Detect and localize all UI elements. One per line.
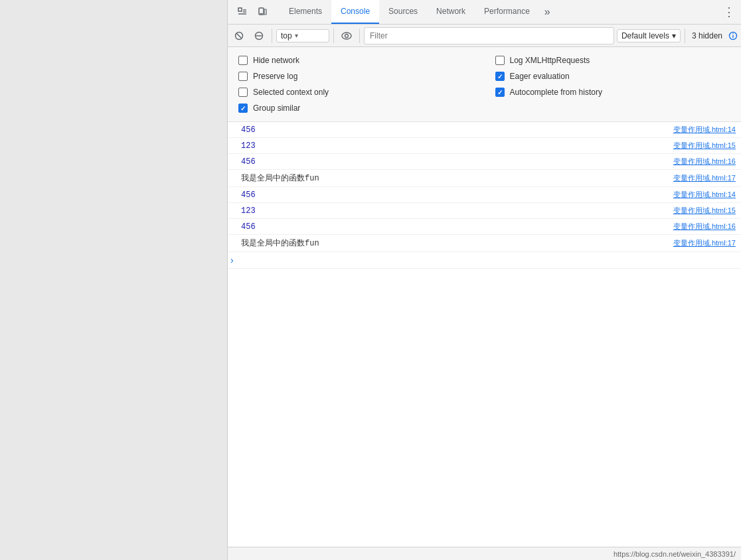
row-icon: [228, 163, 241, 164]
row-source[interactable]: 变量作用域.html:14: [673, 123, 741, 135]
devtools-menu-button[interactable]: ⋮: [720, 3, 738, 21]
selected-context-label: Selected context only: [253, 88, 329, 97]
context-selector-arrow: ▾: [295, 32, 298, 39]
svg-line-8: [237, 33, 242, 38]
row-source[interactable]: 变量作用域.html:16: [673, 155, 741, 167]
svg-rect-0: [238, 8, 242, 11]
row-icon: [228, 147, 241, 148]
row-icon: [228, 228, 241, 229]
eager-evaluation-label: Eager evaluation: [510, 72, 570, 81]
svg-point-12: [345, 34, 349, 37]
toolbar-divider-2: [333, 29, 334, 43]
row-value: 123: [241, 140, 673, 152]
console-row: 123变量作用域.html:15: [228, 138, 741, 154]
devtools-icon-buttons: [230, 3, 274, 21]
devtools-tabs: Elements Console Sources Network Perform…: [280, 0, 556, 24]
row-icon: [228, 244, 241, 245]
console-row: 456变量作用域.html:16: [228, 219, 741, 235]
tab-bar: Elements Console Sources Network Perform…: [228, 0, 741, 25]
settings-right-column: Log XMLHttpRequests Eager evaluation Aut…: [485, 52, 742, 116]
setting-autocomplete-history[interactable]: Autocomplete from history: [485, 84, 742, 100]
more-tabs-button[interactable]: »: [539, 0, 556, 24]
console-row: 123变量作用域.html:15: [228, 203, 741, 219]
log-level-selector[interactable]: Default levels ▾: [617, 29, 681, 42]
svg-rect-5: [264, 9, 266, 15]
console-input-row: ›: [228, 252, 741, 269]
selected-context-checkbox[interactable]: [238, 88, 248, 97]
autocomplete-history-label: Autocomplete from history: [510, 88, 602, 97]
log-xhr-label: Log XMLHttpRequests: [510, 56, 590, 65]
status-url: https://blog.csdn.net/weixin_4383391/: [614, 550, 736, 558]
console-toolbar: top ▾ Default levels ▾ 3 hidden: [228, 25, 741, 47]
log-xhr-checkbox[interactable]: [495, 56, 505, 65]
tab-network[interactable]: Network: [427, 0, 475, 24]
console-input[interactable]: [244, 255, 741, 265]
row-value: 我是全局中的函数fun: [241, 171, 673, 185]
console-row: 456变量作用域.html:16: [228, 154, 741, 170]
filter-input[interactable]: [364, 27, 614, 44]
preserve-log-checkbox[interactable]: [238, 72, 248, 81]
preserve-log-label: Preserve log: [253, 72, 297, 81]
setting-log-xhr[interactable]: Log XMLHttpRequests: [485, 52, 742, 68]
input-chevron-icon: ›: [230, 255, 244, 265]
row-value: 我是全局中的函数fun: [241, 236, 673, 250]
svg-point-15: [732, 33, 734, 35]
group-similar-label: Group similar: [253, 104, 300, 113]
hide-network-checkbox[interactable]: [238, 56, 248, 65]
setting-selected-context[interactable]: Selected context only: [228, 84, 485, 100]
clear-console-button[interactable]: [230, 27, 248, 44]
console-row: 我是全局中的函数fun变量作用域.html:17: [228, 170, 741, 187]
group-similar-checkbox[interactable]: [238, 104, 248, 113]
hidden-count-label: 3 hidden: [689, 31, 725, 40]
row-icon: [228, 179, 241, 180]
tab-sources[interactable]: Sources: [379, 0, 427, 24]
row-icon: [228, 196, 241, 197]
settings-left-column: Hide network Preserve log Selected conte…: [228, 52, 485, 116]
row-value: 456: [241, 189, 673, 201]
row-source[interactable]: 变量作用域.html:17: [673, 237, 741, 248]
autocomplete-history-checkbox[interactable]: [495, 88, 505, 97]
live-expression-button[interactable]: [338, 27, 355, 44]
row-icon: [228, 131, 241, 132]
tab-elements[interactable]: Elements: [280, 0, 331, 24]
console-output: 456变量作用域.html:14123变量作用域.html:15456变量作用域…: [228, 122, 741, 547]
toolbar-divider-1: [272, 29, 272, 43]
svg-point-11: [342, 33, 351, 39]
svg-rect-14: [732, 35, 733, 38]
tab-console[interactable]: Console: [331, 0, 379, 24]
console-row: 我是全局中的函数fun变量作用域.html:17: [228, 235, 741, 252]
inspect-element-button[interactable]: [233, 3, 252, 21]
toolbar-divider-4: [685, 29, 685, 43]
device-toolbar-button[interactable]: [253, 3, 272, 21]
row-source[interactable]: 变量作用域.html:16: [673, 220, 741, 232]
ban-button[interactable]: [250, 27, 268, 44]
row-source[interactable]: 变量作用域.html:15: [673, 139, 741, 151]
row-source[interactable]: 变量作用域.html:17: [673, 172, 741, 183]
devtools-panel: Elements Console Sources Network Perform…: [227, 0, 741, 560]
browser-content-area: [0, 0, 227, 560]
row-value: 456: [241, 221, 673, 233]
row-value: 456: [241, 124, 673, 136]
row-icon: [228, 212, 241, 213]
setting-group-similar[interactable]: Group similar: [228, 100, 485, 116]
row-source[interactable]: 变量作用域.html:15: [673, 204, 741, 216]
row-source[interactable]: 变量作用域.html:14: [673, 188, 741, 200]
row-value: 456: [241, 156, 673, 168]
status-bar: https://blog.csdn.net/weixin_4383391/: [228, 547, 741, 560]
console-row: 456变量作用域.html:14: [228, 187, 741, 203]
row-value: 123: [241, 205, 673, 217]
tab-performance[interactable]: Performance: [475, 0, 539, 24]
context-selector[interactable]: top ▾: [276, 29, 329, 42]
info-icon[interactable]: [728, 31, 738, 41]
settings-panel: Hide network Preserve log Selected conte…: [228, 47, 741, 122]
setting-eager-evaluation[interactable]: Eager evaluation: [485, 68, 742, 84]
settings-grid: Hide network Preserve log Selected conte…: [228, 52, 741, 116]
console-row: 456变量作用域.html:14: [228, 122, 741, 138]
setting-preserve-log[interactable]: Preserve log: [228, 68, 485, 84]
toolbar-divider-3: [359, 29, 360, 43]
hide-network-label: Hide network: [253, 56, 299, 65]
setting-hide-network[interactable]: Hide network: [228, 52, 485, 68]
eager-evaluation-checkbox[interactable]: [495, 72, 505, 81]
